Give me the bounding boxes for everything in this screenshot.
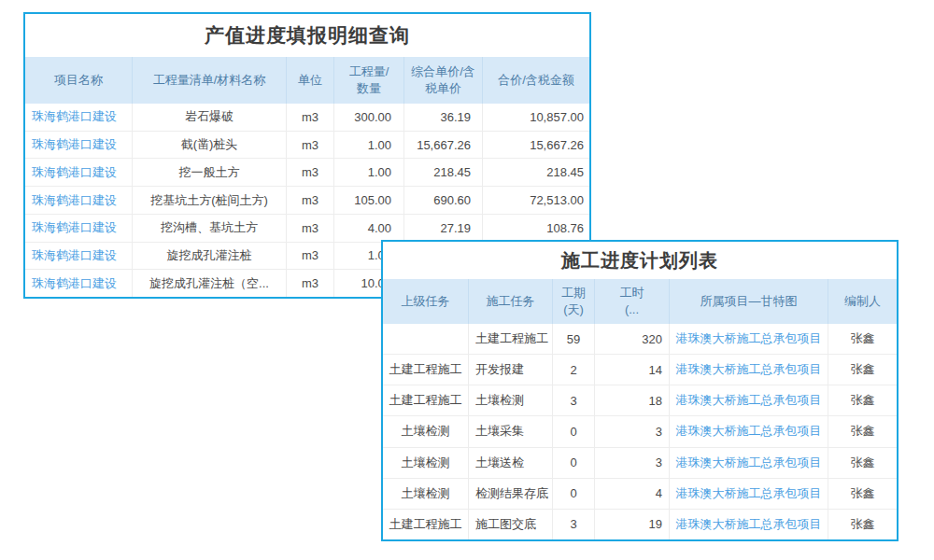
hours-cell: 4 (595, 479, 670, 509)
parent-task-cell: 土建工程施工 (383, 385, 469, 415)
hours-cell: 320 (595, 324, 670, 354)
hours-cell: 3 (595, 448, 670, 478)
table-row: 土建工程施工 59 320 港珠澳大桥施工总承包项目 张鑫 (383, 324, 897, 355)
parent-task-cell: 土建工程施工 (383, 355, 469, 385)
page: 产值进度填报明细查询 项目名称 工程量清单/材料名称 单位 工程量/ 数量 综合… (0, 0, 934, 560)
table-row: 珠海鹤港口建设 挖一般土方 m3 1.00 218.45 218.45 (25, 159, 589, 187)
table-row: 珠海鹤港口建设 挖基坑土方(桩间土方) m3 105.00 690.60 72,… (25, 187, 589, 215)
project-gantt-link[interactable]: 港珠澳大桥施工总承包项目 (670, 448, 828, 478)
task-cell: 开发报建 (469, 355, 553, 385)
project-gantt-link[interactable]: 港珠澳大桥施工总承包项目 (670, 479, 828, 509)
material-name-cell: 挖一般土方 (133, 159, 287, 186)
material-name-cell: 旋挖成孔灌注桩 (133, 243, 287, 270)
project-name-link[interactable]: 珠海鹤港口建设 (25, 215, 133, 242)
author-cell: 张鑫 (828, 479, 897, 509)
material-name-cell: 岩石爆破 (133, 104, 287, 131)
hours-cell: 3 (595, 416, 670, 446)
unit-cell: m3 (287, 132, 334, 159)
material-name-cell: 挖沟槽、基坑土方 (133, 215, 287, 242)
parent-task-cell: 土建工程施工 (383, 510, 469, 539)
unit-price-cell: 36.19 (404, 104, 483, 131)
table-row: 珠海鹤港口建设 岩石爆破 m3 300.00 36.19 10,857.00 (25, 104, 589, 132)
column-header-unit: 单位 (287, 57, 334, 104)
panel1-header-row: 项目名称 工程量清单/材料名称 单位 工程量/ 数量 综合单价/含 税单价 合价… (25, 57, 589, 104)
parent-task-cell: 土壤检测 (383, 479, 469, 509)
parent-task-cell (383, 324, 469, 354)
column-header-parent-task: 上级任务 (383, 279, 469, 324)
table-row: 土建工程施工 施工图交底 3 19 港珠澳大桥施工总承包项目 张鑫 (383, 510, 897, 539)
task-cell: 土建工程施工 (469, 324, 553, 354)
construction-schedule-plan-panel: 施工进度计划列表 上级任务 施工任务 工期 (天) 工时 (... 所属项目—甘… (381, 240, 899, 541)
project-name-link[interactable]: 珠海鹤港口建设 (25, 270, 133, 297)
parent-task-cell: 土壤检测 (383, 448, 469, 478)
duration-cell: 3 (553, 385, 595, 415)
author-cell: 张鑫 (828, 385, 897, 415)
project-name-link[interactable]: 珠海鹤港口建设 (25, 132, 133, 159)
task-cell: 施工图交底 (469, 510, 553, 539)
duration-cell: 0 (553, 416, 595, 446)
table-row: 珠海鹤港口建设 截(凿)桩头 m3 1.00 15,667.26 15,667.… (25, 132, 589, 160)
total-amount-cell: 10,857.00 (483, 104, 589, 131)
column-header-total-amount: 合价/含税金额 (483, 57, 589, 104)
column-header-construction-task: 施工任务 (469, 279, 553, 324)
unit-price-cell: 27.19 (404, 215, 483, 242)
panel2-table-body: 土建工程施工 59 320 港珠澳大桥施工总承包项目 张鑫 土建工程施工 开发报… (383, 324, 897, 539)
parent-task-cell: 土壤检测 (383, 416, 469, 446)
material-name-cell: 旋挖成孔灌注桩（空... (133, 270, 287, 297)
quantity-cell: 105.00 (334, 187, 404, 214)
duration-cell: 3 (553, 510, 595, 539)
unit-price-cell: 690.60 (404, 187, 483, 214)
task-cell: 土壤检测 (469, 385, 553, 415)
table-row: 珠海鹤港口建设 挖沟槽、基坑土方 m3 4.00 27.19 108.76 (25, 215, 589, 243)
table-row: 土壤检测 检测结果存底 0 4 港珠澳大桥施工总承包项目 张鑫 (383, 479, 897, 510)
project-gantt-link[interactable]: 港珠澳大桥施工总承包项目 (670, 324, 828, 354)
duration-cell: 2 (553, 355, 595, 385)
unit-price-cell: 218.45 (404, 159, 483, 186)
unit-cell: m3 (287, 159, 334, 186)
hours-cell: 14 (595, 355, 670, 385)
task-cell: 土壤采集 (469, 416, 553, 446)
total-amount-cell: 218.45 (483, 159, 589, 186)
unit-price-cell: 15,667.26 (404, 132, 483, 159)
panel1-title: 产值进度填报明细查询 (25, 14, 589, 57)
task-cell: 土壤送检 (469, 448, 553, 478)
hours-cell: 18 (595, 385, 670, 415)
author-cell: 张鑫 (828, 416, 897, 446)
column-header-unit-price: 综合单价/含 税单价 (404, 57, 483, 104)
task-cell: 检测结果存底 (469, 479, 553, 509)
author-cell: 张鑫 (828, 324, 897, 354)
author-cell: 张鑫 (828, 448, 897, 478)
author-cell: 张鑫 (828, 355, 897, 385)
column-header-work-hours: 工时 (... (595, 279, 670, 324)
hours-cell: 19 (595, 510, 670, 539)
table-row: 土壤检测 土壤送检 0 3 港珠澳大桥施工总承包项目 张鑫 (383, 448, 897, 479)
project-gantt-link[interactable]: 港珠澳大桥施工总承包项目 (670, 510, 828, 539)
project-name-link[interactable]: 珠海鹤港口建设 (25, 243, 133, 270)
project-name-link[interactable]: 珠海鹤港口建设 (25, 187, 133, 214)
table-row: 土建工程施工 开发报建 2 14 港珠澳大桥施工总承包项目 张鑫 (383, 355, 897, 385)
material-name-cell: 截(凿)桩头 (133, 132, 287, 159)
table-row: 土建工程施工 土壤检测 3 18 港珠澳大桥施工总承包项目 张鑫 (383, 385, 897, 416)
quantity-cell: 1.00 (334, 159, 404, 186)
panel2-header-row: 上级任务 施工任务 工期 (天) 工时 (... 所属项目—甘特图 编制人 (383, 279, 897, 324)
duration-cell: 0 (553, 448, 595, 478)
duration-cell: 0 (553, 479, 595, 509)
column-header-project-name: 项目名称 (25, 57, 133, 104)
project-gantt-link[interactable]: 港珠澳大桥施工总承包项目 (670, 355, 828, 385)
table-row: 土壤检测 土壤采集 0 3 港珠澳大桥施工总承包项目 张鑫 (383, 416, 897, 447)
project-gantt-link[interactable]: 港珠澳大桥施工总承包项目 (670, 385, 828, 415)
unit-cell: m3 (287, 104, 334, 131)
project-gantt-link[interactable]: 港珠澳大桥施工总承包项目 (670, 416, 828, 446)
total-amount-cell: 15,667.26 (483, 132, 589, 159)
unit-cell: m3 (287, 187, 334, 214)
column-header-quantity: 工程量/ 数量 (334, 57, 404, 104)
total-amount-cell: 108.76 (483, 215, 589, 242)
quantity-cell: 4.00 (334, 215, 404, 242)
project-name-link[interactable]: 珠海鹤港口建设 (25, 159, 133, 186)
column-header-author: 编制人 (828, 279, 897, 324)
duration-cell: 59 (553, 324, 595, 354)
column-header-material-name: 工程量清单/材料名称 (133, 57, 287, 104)
unit-cell: m3 (287, 270, 334, 297)
project-name-link[interactable]: 珠海鹤港口建设 (25, 104, 133, 131)
unit-cell: m3 (287, 243, 334, 270)
